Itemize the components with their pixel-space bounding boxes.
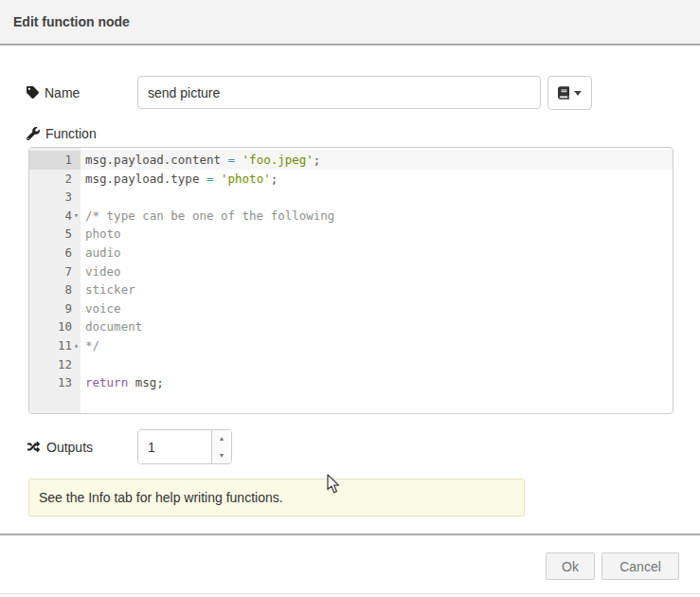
- editor-code-text: [81, 188, 673, 207]
- editor-line-number: 1: [29, 151, 81, 170]
- editor-code-text: /* type can be one of the following: [81, 207, 673, 226]
- editor-line-number: 6: [29, 244, 81, 262]
- footer-separator: [0, 534, 700, 535]
- editor-code-text: photo: [81, 225, 673, 244]
- editor-line[interactable]: 11▴*/: [29, 336, 673, 355]
- editor-code-text: sticker: [81, 280, 673, 299]
- editor-line[interactable]: 10document: [29, 317, 673, 336]
- name-input[interactable]: [137, 76, 541, 109]
- name-field-label: Name: [27, 76, 80, 109]
- editor-code-text: voice: [81, 299, 673, 318]
- book-icon: [558, 86, 569, 100]
- outputs-label: Outputs: [46, 440, 93, 455]
- shuffle-icon: [27, 441, 41, 453]
- editor-code-text: audio: [81, 244, 673, 262]
- editor-line-number: 3: [29, 188, 81, 207]
- editor-code-text: document: [81, 317, 673, 336]
- spinner-down-button[interactable]: ▼: [212, 447, 231, 464]
- library-button[interactable]: [547, 76, 592, 110]
- editor-line[interactable]: 9voice: [29, 299, 673, 318]
- editor-code-text: [81, 355, 673, 374]
- editor-line-number: 5: [29, 225, 81, 244]
- cancel-button[interactable]: Cancel: [601, 552, 679, 580]
- editor-line[interactable]: 3: [29, 188, 673, 207]
- outputs-input[interactable]: [138, 430, 211, 463]
- code-editor[interactable]: 1msg.payload.content = 'foo.jpeg';2msg.p…: [28, 147, 673, 414]
- editor-line-number: 13: [29, 373, 81, 392]
- editor-code-text: msg.payload.type = 'photo';: [81, 170, 673, 189]
- spinner-up-button[interactable]: ▲: [212, 430, 231, 447]
- fold-close-icon[interactable]: ▴: [72, 336, 81, 355]
- editor-line-number: 9: [29, 299, 81, 318]
- editor-code-text: msg.payload.content = 'foo.jpeg';: [81, 151, 673, 170]
- outputs-field-label: Outputs: [27, 429, 93, 464]
- info-tip: See the Info tab for help writing functi…: [28, 479, 525, 516]
- editor-line[interactable]: 8sticker: [29, 280, 673, 299]
- editor-line[interactable]: 5photo: [29, 225, 673, 244]
- info-tip-text: See the Info tab for help writing functi…: [39, 490, 283, 505]
- editor-line[interactable]: 4▾/* type can be one of the following: [29, 207, 673, 226]
- dialog-header: Edit function node: [0, 0, 700, 45]
- editor-lines: 1msg.payload.content = 'foo.jpeg';2msg.p…: [29, 151, 673, 392]
- editor-line-number: 8: [29, 280, 81, 299]
- caret-down-icon: [574, 91, 582, 96]
- editor-line-number: 11▴: [29, 336, 81, 355]
- editor-code-text: */: [81, 336, 673, 355]
- tag-icon: [27, 86, 39, 99]
- editor-line[interactable]: 13return msg;: [29, 373, 673, 392]
- editor-line[interactable]: 7video: [29, 262, 673, 281]
- editor-line[interactable]: 2msg.payload.type = 'photo';: [29, 170, 673, 189]
- editor-line-number: 2: [29, 170, 81, 189]
- function-label: Function: [45, 126, 97, 141]
- editor-line-number: 7: [29, 262, 81, 281]
- editor-line[interactable]: 12: [29, 355, 673, 374]
- editor-line[interactable]: 1msg.payload.content = 'foo.jpeg';: [29, 151, 673, 170]
- function-field-label: Function: [27, 125, 97, 142]
- wrench-icon: [27, 127, 40, 140]
- name-label: Name: [45, 85, 80, 100]
- dialog-bottom-edge: [0, 593, 700, 594]
- spinner-buttons: ▲ ▼: [211, 430, 231, 463]
- fold-open-icon[interactable]: ▾: [72, 207, 81, 226]
- editor-code-text: return msg;: [81, 373, 673, 392]
- editor-line-number: 10: [29, 317, 81, 336]
- editor-line-number: 4▾: [29, 207, 81, 226]
- editor-code-text: video: [81, 262, 673, 281]
- editor-line-number: 12: [29, 355, 81, 374]
- ok-button[interactable]: Ok: [546, 552, 595, 580]
- edit-function-dialog: Edit function node Name Function 1msg.pa…: [0, 0, 700, 597]
- editor-line[interactable]: 6audio: [29, 244, 673, 262]
- outputs-spinner: ▲ ▼: [137, 429, 232, 464]
- dialog-title: Edit function node: [13, 14, 130, 29]
